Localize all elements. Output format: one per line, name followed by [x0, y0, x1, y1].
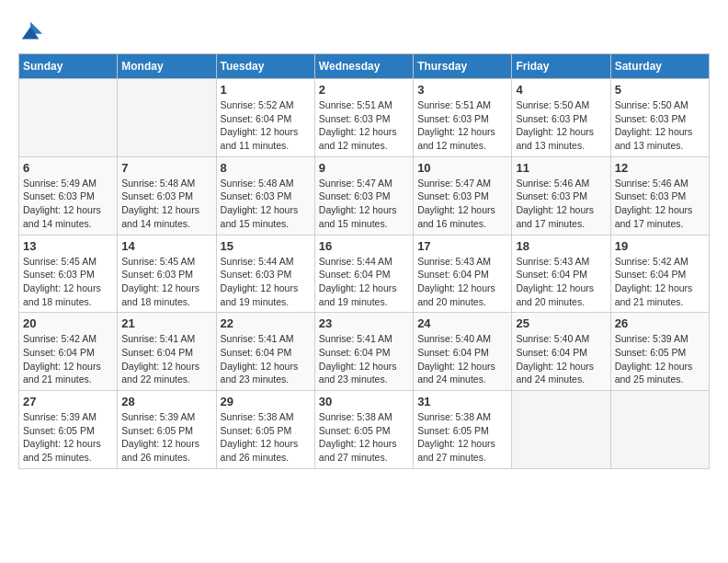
- day-number: 12: [615, 161, 705, 175]
- day-detail: Sunrise: 5:46 AM Sunset: 6:03 PM Dayligh…: [615, 177, 705, 231]
- calendar-table: SundayMondayTuesdayWednesdayThursdayFrid…: [18, 53, 710, 469]
- calendar-week-5: 27Sunrise: 5:39 AM Sunset: 6:05 PM Dayli…: [19, 391, 710, 469]
- calendar-cell: 18Sunrise: 5:43 AM Sunset: 6:04 PM Dayli…: [512, 235, 610, 313]
- day-detail: Sunrise: 5:40 AM Sunset: 6:04 PM Dayligh…: [516, 332, 606, 386]
- day-number: 16: [319, 239, 409, 253]
- calendar-cell: 28Sunrise: 5:39 AM Sunset: 6:05 PM Dayli…: [118, 391, 216, 469]
- day-number: 18: [516, 239, 606, 253]
- day-number: 30: [319, 395, 409, 408]
- day-number: 24: [417, 316, 507, 330]
- calendar-week-1: 1Sunrise: 5:52 AM Sunset: 6:04 PM Daylig…: [19, 79, 710, 157]
- day-detail: Sunrise: 5:44 AM Sunset: 6:04 PM Dayligh…: [319, 255, 409, 309]
- day-detail: Sunrise: 5:49 AM Sunset: 6:03 PM Dayligh…: [23, 177, 113, 231]
- calendar-cell: 1Sunrise: 5:52 AM Sunset: 6:04 PM Daylig…: [216, 79, 314, 157]
- day-number: 26: [615, 316, 705, 330]
- calendar-cell: 4Sunrise: 5:50 AM Sunset: 6:03 PM Daylig…: [512, 79, 610, 157]
- day-number: 6: [23, 161, 113, 175]
- day-number: 19: [615, 239, 705, 253]
- day-number: 28: [121, 395, 211, 408]
- day-detail: Sunrise: 5:50 AM Sunset: 6:03 PM Dayligh…: [516, 98, 606, 153]
- column-header-sunday: Sunday: [19, 54, 118, 79]
- day-detail: Sunrise: 5:42 AM Sunset: 6:04 PM Dayligh…: [23, 332, 113, 386]
- calendar-cell: 2Sunrise: 5:51 AM Sunset: 6:03 PM Daylig…: [314, 79, 413, 157]
- day-detail: Sunrise: 5:48 AM Sunset: 6:03 PM Dayligh…: [121, 177, 211, 231]
- calendar-cell: 30Sunrise: 5:38 AM Sunset: 6:05 PM Dayli…: [314, 391, 413, 469]
- calendar-cell: 8Sunrise: 5:48 AM Sunset: 6:03 PM Daylig…: [216, 156, 314, 235]
- column-header-monday: Monday: [118, 54, 216, 79]
- day-detail: Sunrise: 5:42 AM Sunset: 6:04 PM Dayligh…: [615, 255, 705, 309]
- column-header-thursday: Thursday: [414, 54, 512, 79]
- day-number: 27: [23, 395, 113, 408]
- day-detail: Sunrise: 5:38 AM Sunset: 6:05 PM Dayligh…: [221, 410, 311, 465]
- calendar-week-3: 13Sunrise: 5:45 AM Sunset: 6:03 PM Dayli…: [19, 235, 710, 313]
- logo-icon: [18, 18, 44, 44]
- day-detail: Sunrise: 5:44 AM Sunset: 6:03 PM Dayligh…: [221, 255, 311, 309]
- day-detail: Sunrise: 5:39 AM Sunset: 6:05 PM Dayligh…: [615, 332, 705, 386]
- day-number: 20: [23, 316, 113, 330]
- day-number: 3: [417, 83, 507, 97]
- day-number: 21: [121, 316, 211, 330]
- calendar-cell: 6Sunrise: 5:49 AM Sunset: 6:03 PM Daylig…: [19, 156, 118, 235]
- calendar-cell: 26Sunrise: 5:39 AM Sunset: 6:05 PM Dayli…: [610, 313, 709, 391]
- day-detail: Sunrise: 5:51 AM Sunset: 6:03 PM Dayligh…: [319, 98, 409, 153]
- calendar-cell: 14Sunrise: 5:45 AM Sunset: 6:03 PM Dayli…: [118, 235, 216, 313]
- calendar-cell: 12Sunrise: 5:46 AM Sunset: 6:03 PM Dayli…: [610, 156, 709, 235]
- day-detail: Sunrise: 5:40 AM Sunset: 6:04 PM Dayligh…: [417, 332, 507, 386]
- column-header-saturday: Saturday: [610, 54, 709, 79]
- day-detail: Sunrise: 5:38 AM Sunset: 6:05 PM Dayligh…: [417, 410, 507, 465]
- calendar-week-2: 6Sunrise: 5:49 AM Sunset: 6:03 PM Daylig…: [19, 156, 710, 235]
- calendar-cell: [610, 391, 709, 469]
- calendar-cell: 22Sunrise: 5:41 AM Sunset: 6:04 PM Dayli…: [216, 313, 314, 391]
- day-number: 9: [319, 161, 409, 175]
- day-detail: Sunrise: 5:51 AM Sunset: 6:03 PM Dayligh…: [417, 98, 507, 153]
- calendar-cell: 27Sunrise: 5:39 AM Sunset: 6:05 PM Dayli…: [19, 391, 118, 469]
- day-number: 11: [516, 161, 606, 175]
- day-number: 14: [121, 239, 211, 253]
- day-number: 13: [23, 239, 113, 253]
- day-number: 5: [615, 83, 705, 97]
- calendar-cell: 24Sunrise: 5:40 AM Sunset: 6:04 PM Dayli…: [414, 313, 512, 391]
- day-number: 17: [417, 239, 507, 253]
- calendar-cell: 17Sunrise: 5:43 AM Sunset: 6:04 PM Dayli…: [414, 235, 512, 313]
- day-detail: Sunrise: 5:43 AM Sunset: 6:04 PM Dayligh…: [516, 255, 606, 309]
- day-number: 8: [221, 161, 311, 175]
- day-number: 2: [319, 83, 409, 97]
- calendar-cell: 5Sunrise: 5:50 AM Sunset: 6:03 PM Daylig…: [610, 79, 709, 157]
- column-header-tuesday: Tuesday: [216, 54, 314, 79]
- day-number: 10: [417, 161, 507, 175]
- day-number: 25: [516, 316, 606, 330]
- calendar-cell: 3Sunrise: 5:51 AM Sunset: 6:03 PM Daylig…: [414, 79, 512, 157]
- calendar-cell: 23Sunrise: 5:41 AM Sunset: 6:04 PM Dayli…: [314, 313, 413, 391]
- calendar-cell: 7Sunrise: 5:48 AM Sunset: 6:03 PM Daylig…: [118, 156, 216, 235]
- calendar-cell: 13Sunrise: 5:45 AM Sunset: 6:03 PM Dayli…: [19, 235, 118, 313]
- page-header: [18, 18, 710, 44]
- calendar-cell: 16Sunrise: 5:44 AM Sunset: 6:04 PM Dayli…: [314, 235, 413, 313]
- day-detail: Sunrise: 5:39 AM Sunset: 6:05 PM Dayligh…: [121, 410, 211, 465]
- day-detail: Sunrise: 5:41 AM Sunset: 6:04 PM Dayligh…: [319, 332, 409, 386]
- logo: [18, 18, 48, 44]
- calendar-cell: 15Sunrise: 5:44 AM Sunset: 6:03 PM Dayli…: [216, 235, 314, 313]
- calendar-cell: 9Sunrise: 5:47 AM Sunset: 6:03 PM Daylig…: [314, 156, 413, 235]
- day-detail: Sunrise: 5:47 AM Sunset: 6:03 PM Dayligh…: [319, 177, 409, 231]
- day-number: 29: [221, 395, 311, 408]
- day-number: 31: [417, 395, 507, 408]
- day-number: 7: [121, 161, 211, 175]
- day-detail: Sunrise: 5:43 AM Sunset: 6:04 PM Dayligh…: [417, 255, 507, 309]
- day-detail: Sunrise: 5:52 AM Sunset: 6:04 PM Dayligh…: [221, 98, 311, 153]
- calendar-week-4: 20Sunrise: 5:42 AM Sunset: 6:04 PM Dayli…: [19, 313, 710, 391]
- day-detail: Sunrise: 5:46 AM Sunset: 6:03 PM Dayligh…: [516, 177, 606, 231]
- calendar-cell: 21Sunrise: 5:41 AM Sunset: 6:04 PM Dayli…: [118, 313, 216, 391]
- calendar-cell: [118, 79, 216, 157]
- column-header-wednesday: Wednesday: [314, 54, 413, 79]
- day-detail: Sunrise: 5:45 AM Sunset: 6:03 PM Dayligh…: [23, 255, 113, 309]
- day-number: 23: [319, 316, 409, 330]
- day-number: 22: [221, 316, 311, 330]
- day-number: 15: [221, 239, 311, 253]
- day-detail: Sunrise: 5:50 AM Sunset: 6:03 PM Dayligh…: [615, 98, 705, 153]
- day-number: 4: [516, 83, 606, 97]
- day-detail: Sunrise: 5:39 AM Sunset: 6:05 PM Dayligh…: [23, 410, 113, 465]
- calendar-cell: [19, 79, 118, 157]
- calendar-cell: 31Sunrise: 5:38 AM Sunset: 6:05 PM Dayli…: [414, 391, 512, 469]
- day-number: 1: [221, 83, 311, 97]
- day-detail: Sunrise: 5:41 AM Sunset: 6:04 PM Dayligh…: [221, 332, 311, 386]
